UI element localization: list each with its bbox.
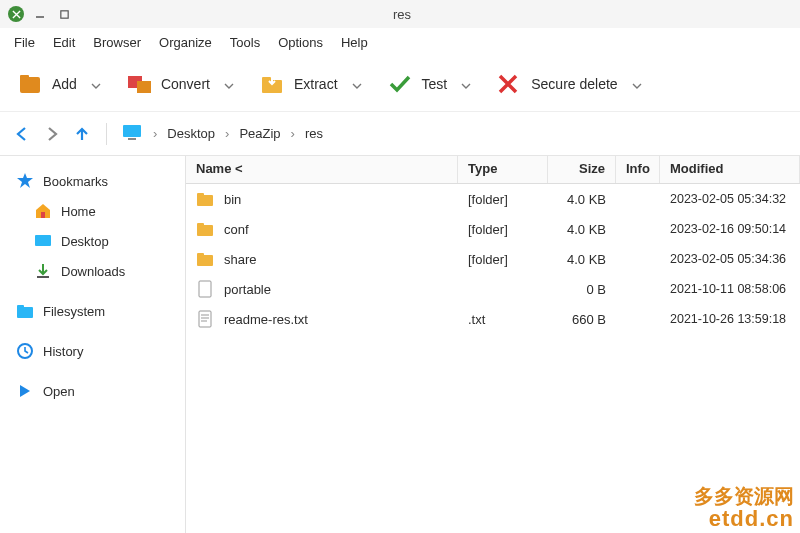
col-modified[interactable]: Modified [660,156,800,183]
folder-icon [196,250,214,268]
sidebar-item-desktop[interactable]: Desktop [6,226,179,256]
col-info[interactable]: Info [616,156,660,183]
file-row[interactable]: bin[folder]4.0 KB2023-02-05 05:34:32 [186,184,800,214]
desktop-icon [34,232,52,250]
nav-back-button[interactable] [12,124,32,144]
folder-icon [16,302,34,320]
folder-icon [196,220,214,238]
column-headers: Name < Type Size Info Modified [186,156,800,184]
crumb-desktop[interactable]: Desktop [167,126,215,141]
menu-file[interactable]: File [6,31,43,54]
secure-delete-button[interactable]: Secure delete [489,67,625,101]
file-row[interactable]: conf[folder]4.0 KB2023-02-16 09:50:14 [186,214,800,244]
addressbar: › Desktop › PeaZip › res [0,112,800,156]
svg-rect-10 [35,235,51,246]
file-row[interactable]: portable0 B2021-10-11 08:58:06 [186,274,800,304]
file-icon [196,280,214,298]
menu-organize[interactable]: Organize [151,31,220,54]
col-size[interactable]: Size [548,156,616,183]
menubar: File Edit Browser Organize Tools Options… [0,28,800,56]
window-close-button[interactable] [8,6,24,22]
secure-delete-dropdown[interactable] [632,79,642,89]
extract-button[interactable]: Extract [252,67,346,101]
svg-rect-2 [20,75,29,81]
star-icon [16,172,34,190]
nav-up-button[interactable] [72,124,92,144]
svg-rect-20 [199,281,211,297]
menu-edit[interactable]: Edit [45,31,83,54]
test-button[interactable]: Test [380,67,456,101]
window-maximize-button[interactable] [56,6,72,22]
test-dropdown[interactable] [461,79,471,89]
menu-browser[interactable]: Browser [85,31,149,54]
folder-icon [196,190,214,208]
file-row[interactable]: readme-res.txt.txt660 B2021-10-26 13:59:… [186,304,800,334]
toolbar: Add Convert Extract Test Secure delete [0,56,800,112]
svg-rect-4 [137,81,151,93]
svg-rect-19 [197,253,204,257]
menu-tools[interactable]: Tools [222,31,268,54]
extract-icon [260,73,286,95]
breadcrumb: › Desktop › PeaZip › res [121,123,323,144]
menu-options[interactable]: Options [270,31,331,54]
sidebar-history[interactable]: History [6,336,179,366]
sidebar: Bookmarks Home Desktop Downloads Filesys… [0,156,185,533]
file-list: Name < Type Size Info Modified bin[folde… [185,156,800,533]
file-text-icon [196,310,214,328]
sidebar-open[interactable]: Open [6,376,179,406]
svg-rect-17 [197,223,204,227]
sidebar-bookmarks[interactable]: Bookmarks [6,166,179,196]
add-icon [18,73,44,95]
col-type[interactable]: Type [458,156,548,183]
extract-dropdown[interactable] [352,79,362,89]
sidebar-item-downloads[interactable]: Downloads [6,256,179,286]
sidebar-item-home[interactable]: Home [6,196,179,226]
sidebar-filesystem[interactable]: Filesystem [6,296,179,326]
watermark: 多多资源网 etdd.cn [694,485,794,531]
convert-icon [127,73,153,95]
convert-button[interactable]: Convert [119,67,218,101]
svg-rect-8 [128,138,136,140]
window-title: res [80,7,724,22]
crumb-res[interactable]: res [305,126,323,141]
delete-icon [497,73,523,95]
menu-help[interactable]: Help [333,31,376,54]
history-icon [16,342,34,360]
play-icon [16,382,34,400]
add-button[interactable]: Add [10,67,85,101]
download-icon [34,262,52,280]
convert-dropdown[interactable] [224,79,234,89]
col-name[interactable]: Name < [186,156,458,183]
svg-rect-12 [17,305,24,309]
file-row[interactable]: share[folder]4.0 KB2023-02-05 05:34:36 [186,244,800,274]
home-icon [34,202,52,220]
add-dropdown[interactable] [91,79,101,89]
window-minimize-button[interactable] [32,6,48,22]
titlebar: res [0,0,800,28]
nav-forward-button[interactable] [42,124,62,144]
svg-rect-15 [197,193,204,197]
pc-icon[interactable] [121,123,143,144]
svg-rect-9 [41,212,45,218]
crumb-peazip[interactable]: PeaZip [239,126,280,141]
check-icon [388,73,414,95]
svg-rect-0 [60,10,67,17]
svg-rect-7 [123,125,141,137]
svg-rect-21 [199,311,211,327]
